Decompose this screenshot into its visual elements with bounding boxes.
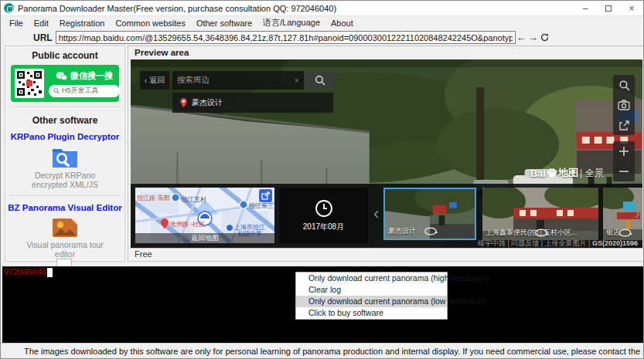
refresh-icon: [540, 32, 550, 42]
search-result-row[interactable]: 豪杰设计: [172, 93, 333, 113]
minimap-village-label: 控江五村: [182, 195, 206, 204]
back-chevron-icon: ‹: [145, 76, 147, 85]
panorama-viewport[interactable]: ‹ 返回 搜索周边 × 豪杰设: [131, 59, 642, 249]
menu-edit[interactable]: Edit: [29, 18, 54, 29]
url-input[interactable]: [56, 31, 516, 44]
date-panel: 2017年08月: [279, 188, 368, 243]
app-icon: [4, 3, 14, 13]
divider: [10, 195, 120, 197]
license-number: GS(2020)1596: [592, 239, 638, 247]
url-label: URL: [33, 32, 53, 43]
sidebar: Public account: [5, 46, 125, 262]
public-account-title: Public account: [5, 46, 124, 64]
app-window: Panorama Downloader Master(Free version,…: [0, 0, 644, 359]
pano-back-label: 返回: [149, 75, 165, 86]
minimap-expand-button[interactable]: [259, 189, 272, 202]
baidu-pano-text: 全景: [585, 167, 604, 180]
disclaimer-bar: The images downloaded by this software a…: [1, 343, 643, 358]
pano-360-icon: [486, 228, 597, 238]
menu-item-download-high-res[interactable]: Only download current panorama (high res…: [296, 273, 447, 284]
url-row: URL ← →: [1, 29, 643, 46]
share-button[interactable]: [613, 115, 635, 135]
plus-icon: [618, 146, 629, 157]
pano-search-input[interactable]: 搜索周边 ×: [172, 71, 304, 90]
menu-language[interactable]: 语言/Language: [257, 16, 325, 29]
baidu-map-logo: Bai 地图 | 全景: [530, 166, 605, 180]
clock-icon: [315, 199, 333, 218]
minimap[interactable]: 控江路·东部 控江五村 控江东三 沧州路··社区 上海市控江 初级中学 返回地图: [135, 188, 274, 243]
menu-registration[interactable]: Registration: [54, 18, 111, 29]
wechat-search-text: H5开发工具: [62, 86, 99, 96]
license-status-label: Free: [135, 249, 152, 259]
zoom-out-button[interactable]: [613, 161, 635, 181]
wechat-icon: [56, 71, 67, 81]
close-button[interactable]: ×: [620, 1, 643, 15]
forward-nav-button[interactable]: →: [527, 31, 539, 44]
wechat-search-box[interactable]: H5开发工具: [49, 85, 120, 97]
wechat-brand-label: 微信搜一搜: [70, 70, 113, 82]
window-title: Panorama Downloader Master(Free version,…: [18, 4, 336, 13]
baidu-brand-text: Bai: [530, 168, 546, 179]
search-icon: [53, 88, 60, 94]
pano-back-button[interactable]: ‹ 返回: [140, 71, 169, 90]
search-icon: [315, 75, 325, 86]
thumbnail-item[interactable]: 豪杰设计: [383, 188, 476, 240]
log-text: 972046040: [4, 267, 46, 276]
divider: [10, 107, 120, 108]
pano-360-icon: [606, 228, 642, 238]
thumbnails-prev-button[interactable]: ‹: [373, 205, 379, 222]
menu-item-download-low-res[interactable]: Only download current panorama (low reso…: [296, 296, 447, 307]
refresh-button[interactable]: [539, 31, 550, 44]
menu-bar: File Edit Registration Common websites O…: [1, 16, 643, 29]
pano-search-bar: ‹ 返回 搜索周边 ×: [140, 71, 335, 90]
pano-360-icon: [388, 226, 473, 236]
context-menu: Only download current panorama (high res…: [295, 272, 448, 320]
search-result-label: 豪杰设计: [192, 97, 223, 108]
pano-search-tool-button[interactable]: [613, 75, 635, 95]
menu-about[interactable]: About: [325, 18, 359, 29]
thumbnail-item[interactable]: 上海鑫泰便民(控江五村小区...: [482, 188, 598, 240]
preview-area-title: Preview area: [128, 46, 644, 59]
menu-item-clear-log[interactable]: Clear log: [296, 284, 447, 296]
screenshot-button[interactable]: [613, 95, 635, 115]
baidu-paw-icon: [547, 168, 557, 178]
menu-common-websites[interactable]: Common websites: [110, 18, 190, 29]
minimap-road-label: 控江路·东部: [137, 194, 170, 202]
zoom-in-button[interactable]: [613, 141, 635, 161]
expand-icon: [261, 191, 270, 200]
image-icon: [52, 216, 78, 238]
minimize-button[interactable]: –: [574, 1, 597, 15]
qr-code: [15, 69, 44, 98]
share-icon: [618, 120, 630, 131]
menu-other-software[interactable]: Other software: [191, 18, 257, 29]
status-bar: Free: [128, 248, 644, 261]
attribution-links[interactable]: 靖宇中路 | 问题反馈 | 上传全景图片 |: [478, 239, 591, 247]
search-icon: [618, 80, 630, 91]
bz-editor-link[interactable]: BZ Panorama Visual Editor: [5, 200, 124, 214]
baidu-map-text: 地图: [558, 166, 578, 180]
wechat-panel[interactable]: 微信搜一搜 H5开发工具: [11, 65, 119, 102]
minimap-east-label: 控江东三: [249, 202, 274, 210]
map-pin-icon: [180, 98, 187, 107]
disclaimer-text: The images downloaded by this software a…: [24, 347, 643, 356]
other-software-title: Other software: [5, 111, 124, 129]
pano-search-placeholder: 搜索周边: [177, 75, 210, 86]
text-cursor: [47, 268, 53, 277]
back-nav-button[interactable]: ←: [516, 31, 527, 44]
minimap-community-label: 沧州路··社区: [170, 220, 205, 229]
krpano-desc: Decrypt KRPano encrypted XML/JS: [5, 169, 124, 192]
thumbnails-next-button[interactable]: ›: [635, 205, 640, 222]
logo-divider: |: [580, 168, 582, 178]
menu-item-buy-software[interactable]: Click to buy software: [296, 307, 447, 319]
pano-search-button[interactable]: [305, 71, 335, 90]
title-bar: Panorama Downloader Master(Free version,…: [1, 1, 643, 16]
maximize-button[interactable]: [597, 1, 620, 15]
minus-icon: [618, 166, 629, 177]
krpano-decryptor-link[interactable]: KRPano Plugin Decryptor: [5, 129, 124, 143]
camera-icon: [618, 100, 630, 110]
minimap-back-label[interactable]: 返回地图: [135, 233, 274, 243]
capture-date: 2017年08月: [303, 222, 344, 232]
clear-search-icon[interactable]: ×: [295, 76, 299, 85]
krpano-folder-icon: [51, 145, 79, 168]
menu-file[interactable]: File: [4, 18, 29, 29]
